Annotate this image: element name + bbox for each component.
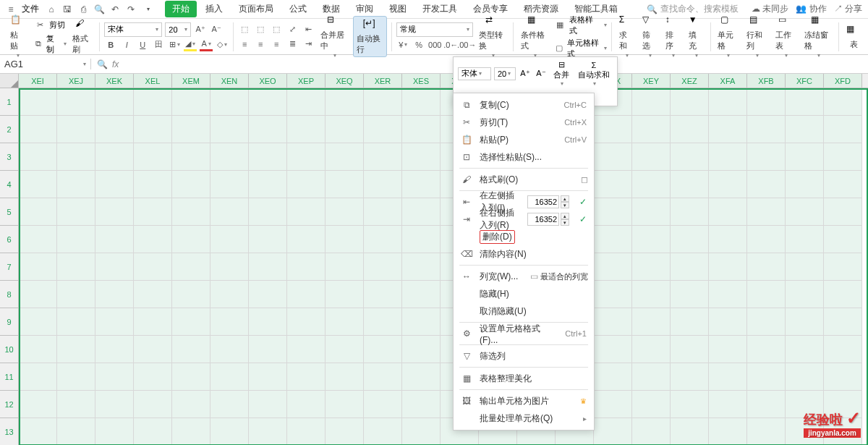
cell[interactable] bbox=[709, 171, 747, 198]
paste-button[interactable]: 📋粘贴▾ bbox=[7, 13, 27, 60]
cell[interactable] bbox=[172, 336, 210, 363]
cell[interactable] bbox=[210, 226, 249, 253]
cell[interactable] bbox=[249, 336, 287, 363]
undo-icon[interactable]: ↶ bbox=[109, 3, 122, 16]
cell[interactable] bbox=[172, 226, 210, 253]
cell[interactable] bbox=[249, 253, 287, 281]
cell[interactable] bbox=[134, 198, 172, 226]
cell[interactable] bbox=[172, 418, 210, 445]
copy-button[interactable]: ⧉ bbox=[33, 38, 43, 51]
cell[interactable] bbox=[632, 143, 671, 171]
tab-home[interactable]: 开始 bbox=[165, 1, 197, 17]
cell[interactable] bbox=[57, 418, 95, 445]
cut-button[interactable]: ✂ bbox=[33, 19, 46, 32]
mini-font-selector[interactable]: 宋体▾ bbox=[458, 67, 491, 80]
cell[interactable] bbox=[402, 226, 441, 253]
cell[interactable] bbox=[402, 116, 441, 143]
cell[interactable] bbox=[786, 281, 824, 308]
cell[interactable] bbox=[402, 391, 441, 418]
cell[interactable] bbox=[19, 336, 57, 363]
cell[interactable] bbox=[402, 198, 441, 226]
cell[interactable] bbox=[134, 226, 172, 253]
cell[interactable] bbox=[364, 253, 402, 281]
cell[interactable] bbox=[287, 116, 326, 143]
cell[interactable] bbox=[326, 308, 364, 336]
col-header[interactable]: XEK bbox=[95, 74, 134, 88]
cell[interactable] bbox=[172, 308, 210, 336]
italic-button[interactable]: I bbox=[120, 38, 133, 51]
cell[interactable] bbox=[134, 391, 172, 418]
ctx-col-width[interactable]: ↔列宽(W)...▭ 最适合的列宽 bbox=[454, 268, 594, 285]
mini-merge-button[interactable]: ⊟合并▾ bbox=[550, 60, 572, 87]
cell[interactable] bbox=[709, 253, 747, 281]
cond-format-button[interactable]: ▦条件格式▾ bbox=[518, 13, 550, 60]
cell[interactable] bbox=[19, 418, 57, 445]
cell[interactable] bbox=[57, 336, 95, 363]
cell[interactable] bbox=[172, 88, 210, 116]
cell[interactable] bbox=[57, 391, 95, 418]
cell[interactable] bbox=[326, 226, 364, 253]
cell[interactable] bbox=[287, 171, 326, 198]
cell[interactable] bbox=[709, 116, 747, 143]
cell[interactable] bbox=[709, 391, 747, 418]
cell[interactable] bbox=[57, 363, 95, 391]
cell[interactable] bbox=[632, 281, 671, 308]
font-size-selector[interactable]: 20▾ bbox=[165, 22, 191, 37]
cell[interactable] bbox=[709, 198, 747, 226]
cell[interactable] bbox=[671, 226, 709, 253]
font-selector[interactable]: 宋体▾ bbox=[104, 22, 162, 37]
tab-devtools[interactable]: 开发工具 bbox=[415, 1, 464, 17]
ctx-insert-left[interactable]: ⇤在左侧插入列(I) ▴▾✓ bbox=[454, 193, 594, 211]
border-button[interactable]: ⊞▾ bbox=[168, 38, 181, 51]
cell[interactable] bbox=[249, 88, 287, 116]
mini-size-selector[interactable]: 20▾ bbox=[494, 67, 516, 80]
select-all-corner[interactable] bbox=[0, 74, 19, 88]
cell[interactable] bbox=[57, 171, 95, 198]
cell[interactable] bbox=[19, 363, 57, 391]
row-header[interactable]: 9 bbox=[0, 308, 19, 336]
cell[interactable] bbox=[287, 281, 326, 308]
increase-font-icon[interactable]: A⁺ bbox=[194, 23, 207, 36]
check-icon[interactable]: ✓ bbox=[579, 197, 587, 207]
cell[interactable] bbox=[210, 336, 249, 363]
cell[interactable] bbox=[594, 198, 632, 226]
row-header[interactable]: 11 bbox=[0, 363, 19, 391]
cell[interactable] bbox=[172, 363, 210, 391]
cell[interactable] bbox=[402, 336, 441, 363]
cell[interactable] bbox=[671, 418, 709, 445]
name-box[interactable]: AG1▾ bbox=[0, 59, 91, 69]
col-header[interactable]: XEQ bbox=[326, 74, 364, 88]
cell[interactable] bbox=[364, 171, 402, 198]
cell[interactable] bbox=[210, 116, 249, 143]
cell[interactable] bbox=[134, 281, 172, 308]
cell[interactable] bbox=[134, 308, 172, 336]
col-header[interactable]: XEY bbox=[632, 74, 671, 88]
cell[interactable] bbox=[210, 363, 249, 391]
cell[interactable] bbox=[824, 116, 862, 143]
cell[interactable] bbox=[594, 363, 632, 391]
format-painter-button[interactable]: 🖌格式刷 bbox=[69, 17, 95, 56]
row-header[interactable]: 5 bbox=[0, 198, 19, 226]
cell[interactable] bbox=[632, 336, 671, 363]
cell[interactable] bbox=[210, 418, 249, 445]
cell[interactable] bbox=[210, 253, 249, 281]
cell[interactable] bbox=[326, 88, 364, 116]
cell[interactable] bbox=[594, 308, 632, 336]
ctx-format-painter[interactable]: 🖌格式刷(O)◻ bbox=[454, 171, 594, 188]
ctx-unhide[interactable]: 取消隐藏(U) bbox=[454, 302, 594, 320]
col-header[interactable]: XEM bbox=[172, 74, 210, 88]
cell-style-button[interactable]: ▢单元格样式▾ bbox=[553, 38, 606, 59]
clear-format-button[interactable]: ◇▾ bbox=[216, 38, 229, 51]
cell[interactable] bbox=[594, 281, 632, 308]
strike-button[interactable]: 田 bbox=[152, 38, 165, 51]
cell[interactable] bbox=[786, 116, 824, 143]
row-header[interactable]: 1 bbox=[0, 88, 19, 116]
cell[interactable] bbox=[249, 143, 287, 171]
row-header[interactable]: 12 bbox=[0, 391, 19, 418]
cell[interactable] bbox=[364, 281, 402, 308]
cell[interactable] bbox=[134, 418, 172, 445]
fx-icon[interactable]: fx bbox=[112, 59, 119, 69]
spin-up[interactable]: ▴ bbox=[561, 213, 569, 219]
cell[interactable] bbox=[172, 253, 210, 281]
cell[interactable] bbox=[824, 226, 862, 253]
